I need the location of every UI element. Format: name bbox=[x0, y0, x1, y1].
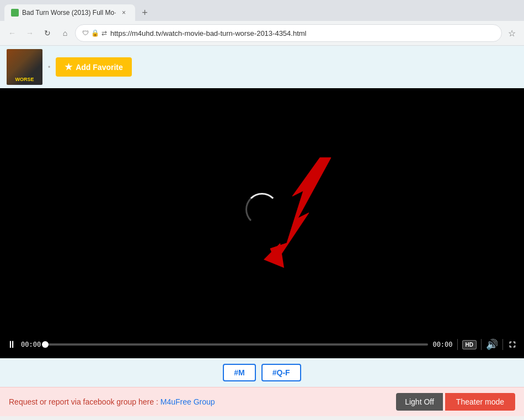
movie-thumb-title: WORSE bbox=[15, 77, 34, 83]
add-favorite-button[interactable]: ★ Add Favorite bbox=[56, 57, 132, 77]
svg-marker-2 bbox=[264, 243, 284, 268]
favorite-star-icon: ★ bbox=[65, 62, 72, 72]
time-current: 00:00 bbox=[21, 341, 41, 348]
movie-thumb-inner: WORSE bbox=[7, 49, 42, 85]
volume-button[interactable]: 🔊 bbox=[486, 338, 498, 351]
fullscreen-button[interactable] bbox=[507, 340, 517, 349]
forward-button[interactable]: → bbox=[22, 25, 38, 41]
time-total: 00:00 bbox=[432, 341, 452, 348]
controls-divider-2 bbox=[481, 339, 482, 350]
footer-bar: Request or report via facebook group her… bbox=[0, 387, 524, 416]
hd-badge[interactable]: HD bbox=[462, 340, 477, 349]
browser-chrome: Bad Turn Worse (2013) Full Mo· × + ← → ↻… bbox=[0, 0, 524, 46]
new-tab-button[interactable]: + bbox=[137, 5, 153, 20]
svg-marker-1 bbox=[270, 158, 331, 262]
refresh-button[interactable]: ↻ bbox=[40, 25, 55, 41]
quality-buttons-bar: #M #Q-F bbox=[0, 358, 524, 387]
footer-buttons: Light Off Theater mode bbox=[396, 393, 515, 411]
address-security-icons: 🛡 🔒 ⇄ bbox=[82, 29, 107, 37]
shield-icon: 🛡 bbox=[82, 29, 89, 37]
tab-bar: Bad Turn Worse (2013) Full Mo· × + bbox=[0, 0, 524, 21]
lock-icon: 🔒 bbox=[91, 29, 99, 37]
active-tab[interactable]: Bad Turn Worse (2013) Full Mo· × bbox=[4, 4, 135, 21]
home-button[interactable]: ⌂ bbox=[57, 25, 73, 41]
controls-divider bbox=[457, 339, 458, 350]
add-favorite-label: Add Favorite bbox=[76, 63, 123, 72]
request-label: Request or report via facebook group her… bbox=[9, 397, 158, 406]
theater-mode-button[interactable]: Theater mode bbox=[445, 393, 515, 411]
address-url[interactable]: https://m4uhd.tv/watch-movie-bad-turn-wo… bbox=[110, 29, 495, 37]
progress-bar[interactable] bbox=[45, 343, 428, 346]
page-content: WORSE • ★ Add Favorite bbox=[0, 46, 524, 416]
footer-request-text: Request or report via facebook group her… bbox=[9, 397, 215, 406]
movie-thumbnail: WORSE bbox=[7, 49, 42, 85]
quality-button-m[interactable]: #M bbox=[223, 364, 255, 381]
controls-divider-3 bbox=[502, 339, 503, 350]
loading-spinner bbox=[245, 193, 279, 226]
play-pause-button[interactable]: ⏸ bbox=[7, 339, 17, 351]
top-bar: WORSE • ★ Add Favorite bbox=[0, 46, 524, 88]
bullet-separator: • bbox=[48, 63, 50, 71]
light-off-button[interactable]: Light Off bbox=[396, 393, 443, 411]
video-player[interactable]: ⏸ 00:00 00:00 HD 🔊 bbox=[0, 88, 524, 358]
back-button[interactable]: ← bbox=[4, 25, 20, 41]
tab-close-button[interactable]: × bbox=[120, 8, 129, 17]
nav-bar: ← → ↻ ⌂ 🛡 🔒 ⇄ https://m4uhd.tv/watch-mov… bbox=[0, 21, 524, 45]
video-screen bbox=[0, 88, 524, 331]
tab-title: Bad Turn Worse (2013) Full Mo· bbox=[22, 9, 116, 17]
connection-icon: ⇄ bbox=[101, 29, 107, 37]
fullscreen-icon bbox=[507, 340, 517, 349]
bookmark-button[interactable]: ☆ bbox=[504, 25, 520, 41]
address-bar[interactable]: 🛡 🔒 ⇄ https://m4uhd.tv/watch-movie-bad-t… bbox=[75, 24, 502, 42]
tab-favicon bbox=[11, 9, 19, 17]
video-controls: ⏸ 00:00 00:00 HD 🔊 bbox=[0, 331, 524, 358]
quality-button-qf[interactable]: #Q-F bbox=[261, 364, 301, 381]
progress-thumb[interactable] bbox=[42, 341, 49, 348]
facebook-group-link[interactable]: M4uFree Group bbox=[161, 397, 215, 406]
